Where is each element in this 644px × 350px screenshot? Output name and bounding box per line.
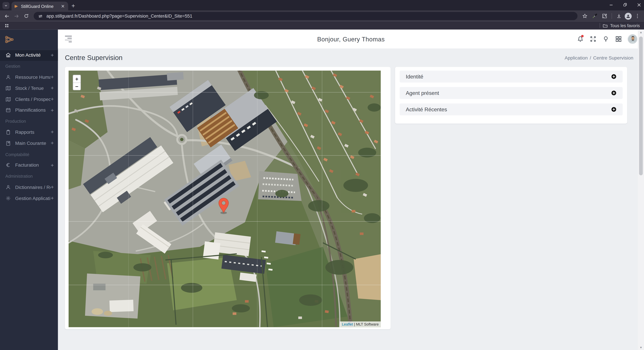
bookmarks-separator [600, 23, 600, 28]
plus-circle-icon[interactable] [611, 74, 616, 79]
back-button[interactable] [2, 12, 11, 20]
sidebar-item-dictionnaires-reglages[interactable]: Dictionnaires / Reglages + [0, 182, 58, 193]
browser-tab[interactable]: StillGuard Online ✕ [12, 2, 68, 11]
euro-icon [5, 162, 11, 168]
supervision-panels-card: Identité Agent présent Activité Récentes [395, 67, 627, 124]
sidebar-item-clients-prospects[interactable]: Clients / Prospects + [0, 94, 58, 105]
satellite-map-art [68, 70, 381, 327]
all-bookmarks-button[interactable]: Tous les favoris [600, 23, 640, 28]
all-bookmarks-label: Tous les favoris [610, 23, 640, 28]
expand-plus-icon[interactable]: + [51, 129, 54, 135]
accordion-title: Agent présent [406, 90, 439, 96]
sidebar-nav: Mon Activité + Gestion Ressource Humaine… [0, 49, 58, 204]
sidebar-item-label: Facturation [15, 163, 51, 168]
site-info-icon[interactable] [38, 13, 43, 19]
breadcrumb-separator: / [590, 55, 591, 60]
menu-toggle-button[interactable] [65, 36, 72, 42]
leaflet-link[interactable]: Leaflet [342, 322, 353, 326]
accordion-identit-[interactable]: Identité [400, 70, 623, 82]
sidebar-item-facturation[interactable]: Facturation + [0, 160, 58, 171]
downloads-button[interactable] [615, 12, 623, 20]
window-controls [608, 0, 642, 10]
book-icon [5, 140, 11, 146]
sidebar-item-plannifications[interactable]: Plannifications + [0, 105, 58, 116]
calendar-icon [5, 107, 11, 113]
fullscreen-icon[interactable] [589, 35, 597, 43]
sidebar: Mon Activité + Gestion Ressource Humaine… [0, 29, 58, 350]
zoom-out-button[interactable]: − [73, 82, 80, 90]
tab-close-icon[interactable]: ✕ [60, 3, 66, 9]
page-content: Centre Supervision Application / Centre … [58, 48, 644, 350]
new-tab-button[interactable]: + [72, 2, 75, 9]
map-card: + − Leaflet | MLT Software [65, 67, 390, 329]
sidebar-item-label: Mon Activité [15, 53, 51, 57]
scrollbar-down-arrow[interactable]: ▼ [638, 345, 644, 350]
scrollbar-up-arrow[interactable]: ▲ [638, 29, 644, 35]
map-zoom-control: + − [72, 75, 81, 90]
app-logo[interactable] [0, 29, 58, 49]
reload-button[interactable] [22, 12, 30, 20]
expand-plus-icon[interactable]: + [51, 107, 54, 113]
browser-menu-button[interactable] [633, 12, 642, 20]
expand-plus-icon[interactable]: + [51, 140, 54, 146]
expand-plus-icon[interactable]: + [51, 74, 54, 80]
sidebar-section-label: Comptabilité [5, 152, 29, 157]
tab-search-button[interactable] [2, 2, 10, 9]
app-header: Bonjour, Guery Thomas [58, 29, 644, 48]
sidebar-section-comptabilite: Comptabilité [0, 149, 58, 160]
clipboard-icon [5, 129, 11, 135]
zoom-in-button[interactable]: + [73, 75, 80, 82]
sidebar-section-label: Administration [5, 174, 33, 179]
sidebar-section-label: Gestion [5, 64, 20, 68]
window-close-button[interactable] [636, 2, 642, 7]
url-text: app.stillguard.fr/Dashboard.php?page=Sup… [46, 13, 192, 18]
folder-icon [602, 23, 608, 28]
expand-plus-icon[interactable]: + [51, 162, 54, 168]
sidebar-item-stock-tenue[interactable]: Stock / Tenue + [0, 83, 58, 94]
extensions-puzzle-icon[interactable] [600, 12, 608, 20]
expand-plus-icon[interactable]: + [51, 195, 54, 201]
expand-plus-icon[interactable]: + [51, 96, 54, 102]
sidebar-item-gestion-application[interactable]: Gestion Application + [0, 193, 58, 204]
sidebar-item-rapports[interactable]: Rapports + [0, 127, 58, 138]
home-icon [5, 52, 11, 58]
greeting-text: Bonjour, Guery Thomas [58, 35, 644, 42]
apps-grid4-icon[interactable] [615, 35, 622, 43]
eyedropper-extension-icon[interactable] [591, 12, 599, 20]
user-icon [5, 74, 11, 80]
accordion-agent-pr-sent[interactable]: Agent présent [400, 87, 623, 99]
bookmark-star-icon[interactable] [581, 12, 589, 20]
map-icon [5, 85, 11, 91]
plus-circle-icon[interactable] [611, 90, 616, 96]
window-minimize-button[interactable] [608, 2, 614, 7]
accordion-activit-r-centes[interactable]: Activité Récentes [400, 103, 623, 115]
toolbar-separator [612, 13, 612, 19]
favicon [14, 4, 18, 8]
expand-plus-icon[interactable]: + [51, 52, 54, 58]
window-restore-button[interactable] [623, 2, 628, 7]
page-title: Centre Supervision [65, 54, 122, 62]
browser-toolbar: app.stillguard.fr/Dashboard.php?page=Sup… [0, 11, 644, 21]
plus-circle-icon[interactable] [611, 107, 616, 112]
attribution-text: MLT Software [356, 322, 379, 326]
notifications-bell-icon[interactable] [576, 35, 584, 43]
breadcrumb-application[interactable]: Application [565, 55, 588, 60]
sidebar-item-label: Dictionnaires / Reglages [15, 185, 51, 190]
breadcrumb-current: Centre Supervision [593, 55, 634, 60]
sidebar-item-ressource-humaine[interactable]: Ressource Humaine + [0, 72, 58, 83]
lightbulb-icon[interactable] [602, 35, 610, 43]
sidebar-item-label: Ressource Humaine [15, 75, 51, 80]
url-bar[interactable]: app.stillguard.fr/Dashboard.php?page=Sup… [34, 12, 578, 20]
apps-grid-icon[interactable] [4, 23, 10, 28]
satellite-map[interactable]: + − Leaflet | MLT Software [68, 70, 381, 327]
expand-plus-icon[interactable]: + [51, 85, 54, 91]
forward-button[interactable] [12, 12, 20, 20]
page-scrollbar[interactable]: ▲ ▼ [638, 29, 644, 350]
scrollbar-thumb[interactable] [639, 36, 643, 175]
expand-plus-icon[interactable]: + [51, 184, 54, 190]
sidebar-item-main-courante[interactable]: Main Courante + [0, 138, 58, 149]
browser-profile-button[interactable] [625, 12, 632, 20]
sidebar-item-mon-activite[interactable]: Mon Activité + [0, 50, 58, 61]
notification-dot [581, 35, 584, 37]
user-avatar[interactable] [628, 34, 638, 44]
